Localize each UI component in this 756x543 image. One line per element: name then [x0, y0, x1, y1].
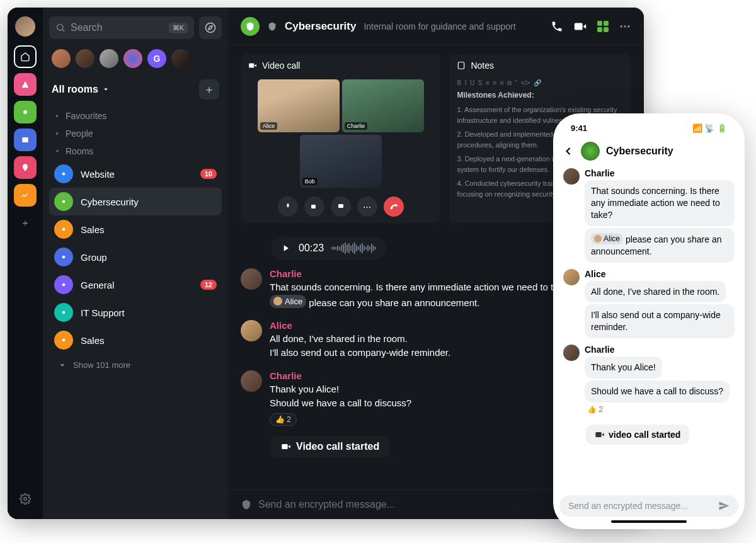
send-icon[interactable]: [718, 500, 730, 512]
more-icon[interactable]: [619, 20, 631, 33]
room-item[interactable]: General12: [49, 271, 222, 299]
mute-button[interactable]: [278, 197, 298, 217]
svg-point-15: [627, 25, 629, 27]
room-title: Cybersecurity: [285, 20, 356, 33]
message-bubble: Thank you Alice!: [585, 357, 662, 379]
sidebar: Search ⌘K G All rooms ＋ Favourites Peopl…: [43, 8, 228, 519]
chevron-right-icon: [54, 130, 60, 137]
home-button[interactable]: [14, 45, 37, 68]
status-time: 9:41: [571, 123, 587, 133]
settings-button[interactable]: [14, 488, 37, 510]
phone-icon[interactable]: [551, 20, 563, 33]
reaction[interactable]: 👍 2: [585, 405, 603, 414]
search-icon: [55, 23, 66, 33]
user-avatar[interactable]: [15, 16, 35, 37]
end-call-button[interactable]: [384, 197, 404, 217]
room-name: Sales: [81, 224, 105, 235]
participant-label: Alice: [260, 122, 278, 130]
call-more-button[interactable]: ⋯: [357, 197, 377, 217]
svg-rect-12: [575, 23, 583, 30]
mobile-composer[interactable]: Send an encrypted message...: [559, 495, 738, 517]
waveform: [331, 242, 376, 254]
mention[interactable]: Alice: [270, 295, 306, 309]
svg-point-10: [62, 311, 66, 314]
mobile-message: CharlieThat sounds concerning. Is there …: [563, 168, 735, 263]
recent-avatar[interactable]: [123, 49, 142, 68]
room-item[interactable]: IT Support: [49, 299, 222, 326]
search-input[interactable]: Search ⌘K: [49, 16, 194, 39]
message-avatar[interactable]: [241, 268, 262, 290]
status-bar: 9:41 📶 📡 🔋: [559, 122, 738, 139]
audio-message[interactable]: 00:23: [271, 237, 386, 260]
message-avatar[interactable]: [563, 269, 580, 285]
camera-button[interactable]: [304, 197, 324, 217]
audio-duration: 00:23: [299, 243, 324, 254]
room-item[interactable]: Group: [49, 243, 222, 271]
message-avatar[interactable]: [241, 320, 262, 341]
room-icon: [54, 164, 73, 183]
video-call-started[interactable]: video call started: [586, 425, 689, 445]
room-name: Sales: [81, 335, 105, 346]
message-bubble: I'll also send out a company-wide remind…: [585, 304, 735, 338]
video-icon[interactable]: [573, 20, 587, 33]
room-item[interactable]: Cybersecurity: [49, 188, 222, 215]
svg-rect-21: [595, 432, 601, 437]
room-icon: [54, 331, 73, 350]
space-button-1[interactable]: [14, 73, 37, 96]
svg-point-3: [57, 25, 63, 30]
back-button[interactable]: [562, 145, 575, 157]
message-author: Alice: [270, 320, 450, 331]
video-participant[interactable]: Charlie: [342, 79, 424, 132]
mention[interactable]: Alice: [591, 233, 623, 244]
recent-avatar[interactable]: [171, 49, 190, 68]
recent-avatar[interactable]: [52, 49, 71, 68]
room-icon: [54, 248, 73, 266]
space-button-3[interactable]: [14, 129, 37, 151]
room-item[interactable]: Sales: [49, 326, 222, 354]
add-room-button[interactable]: ＋: [199, 79, 219, 100]
svg-rect-19: [459, 62, 464, 69]
message-bubble: Alice please can you share an announceme…: [585, 228, 735, 263]
room-name: Group: [81, 252, 107, 263]
play-icon[interactable]: [281, 243, 291, 253]
explore-button[interactable]: [199, 16, 222, 39]
show-more-button[interactable]: Show 101 more: [49, 354, 222, 376]
space-button-2[interactable]: [14, 101, 37, 123]
section-people[interactable]: People: [49, 125, 222, 142]
room-icon: [581, 142, 600, 161]
svg-rect-16: [249, 64, 254, 68]
svg-rect-18: [338, 204, 343, 208]
panel-title: Video call: [262, 60, 300, 71]
message-author: Alice: [585, 269, 735, 279]
recent-avatar[interactable]: [76, 49, 94, 68]
video-call-started[interactable]: Video call started: [271, 436, 389, 457]
mobile-message: CharlieThank you Alice!Should we have a …: [563, 345, 735, 414]
apps-icon[interactable]: [597, 21, 609, 32]
space-button-4[interactable]: [14, 156, 37, 179]
notes-toolbar[interactable]: B I U S ≡ ≡ ≡ ⧉ " </> 🔗: [449, 77, 631, 89]
reaction[interactable]: 👍 2: [270, 413, 297, 426]
svg-point-9: [62, 283, 66, 287]
section-rooms[interactable]: Rooms: [49, 142, 222, 160]
video-participant[interactable]: Bob: [300, 135, 382, 188]
rooms-filter[interactable]: All rooms: [52, 84, 110, 95]
recent-avatar[interactable]: [100, 49, 118, 68]
message-avatar[interactable]: [241, 370, 262, 392]
section-favourites[interactable]: Favourites: [49, 107, 222, 125]
message-avatar[interactable]: [563, 168, 580, 185]
room-item[interactable]: Website10: [49, 160, 222, 188]
room-name: Cybersecurity: [81, 197, 139, 207]
recent-avatar[interactable]: G: [147, 49, 166, 68]
chat-header: Cybersecurity Internal room for guidance…: [228, 8, 644, 45]
unread-badge: 10: [200, 169, 217, 179]
unread-badge: 12: [200, 280, 217, 290]
room-item[interactable]: Sales: [49, 215, 222, 243]
video-participant[interactable]: Alice: [258, 79, 340, 132]
message-avatar[interactable]: [563, 345, 580, 361]
video-icon: [595, 430, 605, 440]
share-button[interactable]: [331, 197, 351, 217]
add-space-button[interactable]: ＋: [14, 212, 37, 234]
chevron-down-icon: [54, 148, 60, 154]
space-button-5[interactable]: [14, 184, 37, 207]
room-icon: [241, 17, 260, 36]
